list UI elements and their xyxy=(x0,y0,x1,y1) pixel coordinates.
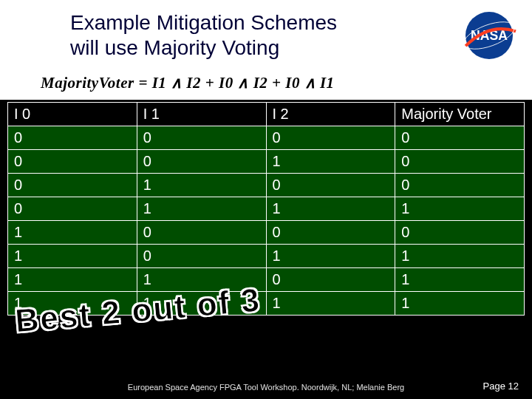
table-row: 0000 xyxy=(8,126,525,150)
truth-table: I 0 I 1 I 2 Majority Voter 0000 0010 010… xyxy=(7,102,525,316)
col-header-majority: Majority Voter xyxy=(395,103,525,126)
title-line-1: Example Mitigation Schemes xyxy=(70,11,337,34)
table-header-row: I 0 I 1 I 2 Majority Voter xyxy=(8,103,525,126)
table-row: 0010 xyxy=(8,150,525,174)
col-header-i2: I 2 xyxy=(266,103,395,126)
table-row: 1000 xyxy=(8,221,525,245)
nasa-logo-icon: NASA xyxy=(460,10,519,61)
col-header-i0: I 0 xyxy=(8,103,137,126)
table-row: 0111 xyxy=(8,197,525,221)
footer-text: European Space Agency FPGA Tool Workshop… xyxy=(0,383,532,392)
formula-text: MajorityVoter = I1 ∧ I2 + I0 ∧ I2 + I0 ∧… xyxy=(41,74,335,92)
table-row: 1101 xyxy=(8,268,525,292)
col-header-i1: I 1 xyxy=(137,103,266,126)
table-row: 0100 xyxy=(8,174,525,197)
table-row: 1011 xyxy=(8,245,525,268)
title-line-2: will use Majority Voting xyxy=(70,36,279,59)
slide-title: Example Mitigation Schemes will use Majo… xyxy=(70,10,425,60)
page-number: Page 12 xyxy=(483,381,519,392)
